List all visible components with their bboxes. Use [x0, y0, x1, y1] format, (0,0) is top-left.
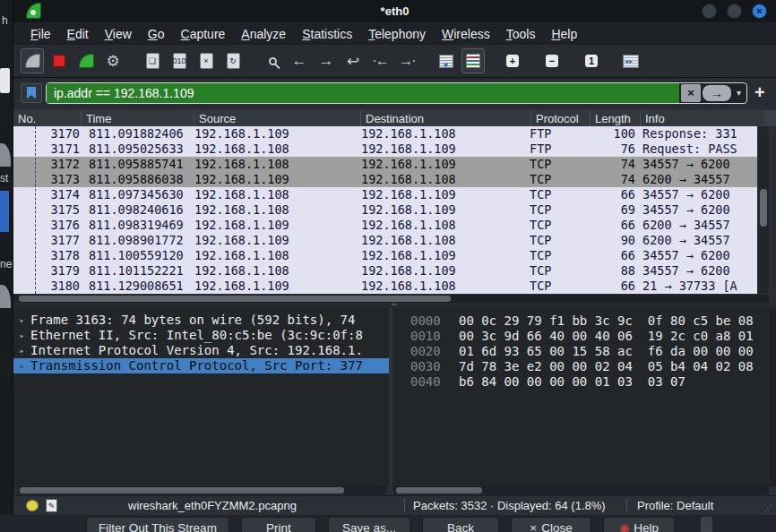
resize-columns-button[interactable]: [619, 48, 642, 73]
packet-row[interactable]: 3178 811.100559120 192.168.1.108 192.168…: [13, 248, 757, 263]
zoom-100-button[interactable]: 1: [580, 48, 603, 73]
expand-arrow-icon[interactable]: ▸: [13, 328, 30, 343]
cell-time: 811.098901772: [89, 233, 194, 248]
column-header[interactable]: Length: [591, 110, 641, 126]
column-header[interactable]: Protocol: [531, 110, 591, 126]
dialog-button[interactable]: Save as...: [328, 517, 410, 532]
column-header[interactable]: Destination: [361, 110, 531, 126]
packet-row[interactable]: 3179 811.101152221 192.168.1.108 192.168…: [13, 263, 757, 279]
auto-scroll-button[interactable]: [435, 48, 458, 73]
scrollbar-thumb[interactable]: [20, 487, 344, 493]
related-packets-line: [35, 126, 36, 294]
packet-row[interactable]: 3177 811.098901772 192.168.1.109 192.168…: [13, 233, 757, 248]
menu-item[interactable]: Help: [543, 27, 585, 41]
profile-label[interactable]: Profile: Default: [637, 499, 713, 512]
column-header[interactable]: Time: [82, 110, 194, 126]
scrollbar-thumb[interactable]: [19, 296, 451, 302]
dialog-button[interactable]: Filter Out This Stream: [86, 517, 229, 532]
cell-source: 192.168.1.108: [194, 263, 361, 279]
packet-list-vscrollbar[interactable]: [758, 126, 769, 294]
hex-bytes: 00 0c 29 79 f1 bb 3c 9c 0f 80 c5 be 08: [459, 313, 754, 329]
bytes-hscrollbar[interactable]: [393, 486, 769, 494]
menu-item[interactable]: Capture: [173, 27, 234, 41]
menu-item[interactable]: File: [22, 27, 59, 41]
hex-row[interactable]: 001000 3c 9d 66 40 00 40 06 19 2c c0 a8 …: [392, 329, 770, 344]
menu-item[interactable]: View: [97, 27, 140, 41]
restart-fin-icon: [79, 54, 94, 68]
close-button[interactable]: ×: [752, 4, 767, 19]
column-header[interactable]: Source: [194, 110, 361, 126]
cell-no: 3177: [22, 233, 82, 248]
minimize-button[interactable]: [702, 4, 717, 19]
capture-comment-icon[interactable]: ✎: [46, 499, 57, 512]
column-header[interactable]: No.: [13, 110, 82, 126]
go-to-packet-button[interactable]: ↩: [341, 48, 365, 73]
stop-capture-button[interactable]: [47, 48, 71, 73]
menu-item[interactable]: Wireless: [434, 27, 498, 41]
packet-bytes-pane: 000000 0c 29 79 f1 bb 3c 9c 0f 80 c5 be …: [392, 308, 770, 486]
packet-row[interactable]: 3175 811.098240616 192.168.1.108 192.168…: [13, 202, 757, 218]
cell-info: 34557 → 6200: [642, 187, 757, 202]
filter-dropdown-caret[interactable]: ▾: [731, 88, 746, 98]
open-file-button[interactable]: ❏: [141, 48, 164, 73]
zoom-in-icon: +: [506, 55, 519, 67]
zoom-in-button[interactable]: +: [501, 48, 524, 73]
packet-row[interactable]: 3170 811.091882406 192.168.1.109 192.168…: [13, 126, 757, 142]
detail-tree-row[interactable]: ▸Transmission Control Protocol, Src Port…: [13, 358, 389, 373]
find-packet-button[interactable]: [261, 48, 284, 73]
go-back-button[interactable]: ←: [288, 48, 311, 73]
expand-arrow-icon[interactable]: ▸: [13, 343, 30, 358]
packet-row[interactable]: 3180 811.129008651 192.168.1.109 192.168…: [13, 279, 757, 294]
dialog-button[interactable]: Print: [241, 517, 316, 532]
menu-item[interactable]: Statistics: [294, 27, 360, 41]
hex-row[interactable]: 000000 0c 29 79 f1 bb 3c 9c 0f 80 c5 be …: [392, 313, 770, 329]
packet-row[interactable]: 3172 811.095885741 192.168.1.108 192.168…: [13, 157, 757, 172]
scrollbar-thumb[interactable]: [396, 487, 482, 493]
detail-tree-row[interactable]: ▸Internet Protocol Version 4, Src: 192.1…: [13, 343, 389, 358]
first-packet-button[interactable]: ·←: [368, 48, 392, 73]
packet-row[interactable]: 3171 811.095025633 192.168.1.108 192.168…: [13, 142, 757, 157]
dialog-button[interactable]: ◉Help: [603, 517, 675, 532]
packet-row[interactable]: 3174 811.097345630 192.168.1.108 192.168…: [13, 187, 757, 202]
expand-arrow-icon[interactable]: ▸: [13, 313, 30, 328]
menu-item[interactable]: Go: [140, 27, 173, 41]
colorize-button[interactable]: [461, 48, 485, 73]
column-header[interactable]: Info: [641, 110, 764, 126]
detail-tree-row[interactable]: ▸Ethernet II, Src: Intel_80:c5:be (3c:9c…: [13, 328, 389, 343]
save-file-button[interactable]: 010: [168, 48, 191, 73]
filter-apply-button[interactable]: →: [703, 85, 731, 101]
hex-row[interactable]: 002001 6d 93 65 00 15 58 ac f6 da 00 00 …: [392, 344, 770, 359]
dialog-button[interactable]: Back: [422, 517, 499, 532]
filter-input[interactable]: ip.addr == 192.168.1.109: [47, 83, 679, 103]
restart-capture-button[interactable]: [74, 48, 98, 73]
dialog-button[interactable]: ×Close: [511, 517, 591, 532]
reload-file-button[interactable]: ↻: [221, 48, 245, 73]
details-hscrollbar[interactable]: [17, 486, 386, 494]
menu-item[interactable]: Telephony: [360, 27, 434, 41]
menu-item[interactable]: Edit: [59, 27, 97, 41]
packet-row[interactable]: 3173 811.095886038 192.168.1.109 192.168…: [13, 172, 757, 187]
capture-options-button[interactable]: ⚙: [101, 48, 125, 73]
expand-arrow-icon[interactable]: ▸: [13, 358, 30, 373]
scrollbar-thumb[interactable]: [760, 189, 767, 227]
hex-row[interactable]: 0040b6 84 00 00 00 00 01 03 03 07: [392, 374, 770, 390]
maximize-button[interactable]: [727, 4, 742, 19]
filter-add-button[interactable]: +: [754, 82, 765, 103]
menu-item[interactable]: Tools: [498, 27, 544, 41]
save-file-icon: 010: [173, 53, 186, 69]
go-forward-button[interactable]: →: [315, 48, 338, 73]
last-packet-button[interactable]: →·: [395, 48, 418, 73]
cell-no: 3179: [22, 263, 82, 279]
expert-info-button[interactable]: [26, 500, 39, 511]
cell-length: 88: [589, 263, 635, 279]
filter-clear-button[interactable]: ×: [681, 84, 701, 102]
hex-row[interactable]: 00307d 78 3e e2 00 00 02 04 05 b4 04 02 …: [392, 359, 770, 374]
detail-tree-row[interactable]: ▸Frame 3163: 74 bytes on wire (592 bits)…: [13, 313, 389, 328]
resize-grip[interactable]: ⋰: [763, 503, 773, 513]
menu-item[interactable]: Analyze: [233, 27, 294, 41]
close-file-button[interactable]: ×: [194, 48, 218, 73]
filter-bookmark-button[interactable]: [21, 83, 42, 103]
start-capture-button[interactable]: [21, 48, 44, 73]
zoom-out-button[interactable]: −: [540, 48, 564, 73]
packet-row[interactable]: 3176 811.098319469 192.168.1.109 192.168…: [13, 218, 757, 233]
